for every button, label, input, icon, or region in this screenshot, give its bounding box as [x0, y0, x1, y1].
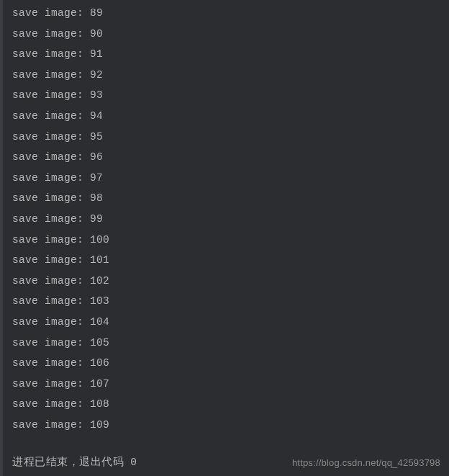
output-prefix: save image:	[12, 192, 90, 204]
output-line: save image: 94	[12, 106, 449, 127]
output-prefix: save image:	[12, 89, 90, 101]
output-prefix: save image:	[12, 7, 90, 19]
output-value: 103	[90, 295, 109, 307]
output-prefix: save image:	[12, 337, 90, 349]
output-line: save image: 100	[12, 230, 449, 251]
output-value: 93	[90, 89, 103, 101]
output-prefix: save image:	[12, 151, 90, 163]
output-value: 101	[90, 254, 109, 266]
output-value: 92	[90, 69, 103, 81]
output-line: save image: 92	[12, 65, 449, 86]
output-prefix: save image:	[12, 172, 90, 184]
output-line: save image: 101	[12, 250, 449, 271]
output-value: 105	[90, 337, 109, 349]
watermark-text: https://blog.csdn.net/qq_42593798	[292, 457, 440, 468]
output-line: save image: 107	[12, 374, 449, 395]
output-value: 108	[90, 398, 109, 410]
output-line: save image: 108	[12, 394, 449, 415]
output-line: save image: 104	[12, 312, 449, 333]
output-value: 95	[90, 131, 103, 143]
output-prefix: save image:	[12, 213, 90, 225]
console-gutter	[0, 0, 3, 476]
output-line: save image: 103	[12, 291, 449, 312]
output-value: 106	[90, 357, 109, 369]
output-value: 104	[90, 316, 109, 328]
output-prefix: save image:	[12, 419, 90, 431]
output-value: 89	[90, 7, 103, 19]
output-value: 98	[90, 192, 103, 204]
console-output: save image: 89 save image: 90 save image…	[0, 0, 449, 435]
output-line: save image: 90	[12, 24, 449, 45]
output-value: 97	[90, 172, 103, 184]
output-value: 99	[90, 213, 103, 225]
output-prefix: save image:	[12, 316, 90, 328]
output-line: save image: 99	[12, 209, 449, 230]
output-line: save image: 97	[12, 168, 449, 189]
output-prefix: save image:	[12, 275, 90, 287]
output-line: save image: 93	[12, 85, 449, 106]
output-line: save image: 106	[12, 353, 449, 374]
output-value: 96	[90, 151, 103, 163]
output-line: save image: 102	[12, 271, 449, 292]
output-prefix: save image:	[12, 398, 90, 410]
output-value: 100	[90, 234, 109, 246]
output-line: save image: 105	[12, 333, 449, 354]
process-exit-status: 进程已结束，退出代码 0	[0, 455, 137, 469]
output-value: 90	[90, 28, 103, 40]
output-prefix: save image:	[12, 69, 90, 81]
output-line: save image: 89	[12, 3, 449, 24]
output-prefix: save image:	[12, 28, 90, 40]
output-value: 109	[90, 419, 109, 431]
output-line: save image: 91	[12, 44, 449, 65]
output-prefix: save image:	[12, 295, 90, 307]
output-prefix: save image:	[12, 254, 90, 266]
output-line: save image: 96	[12, 147, 449, 168]
output-prefix: save image:	[12, 378, 90, 390]
output-value: 102	[90, 275, 109, 287]
output-value: 107	[90, 378, 109, 390]
output-prefix: save image:	[12, 357, 90, 369]
output-line: save image: 95	[12, 127, 449, 148]
output-prefix: save image:	[12, 110, 90, 122]
output-prefix: save image:	[12, 234, 90, 246]
output-line: save image: 98	[12, 188, 449, 209]
status-area: 进程已结束，退出代码 0 https://blog.csdn.net/qq_42…	[0, 447, 449, 476]
output-value: 91	[90, 48, 103, 60]
output-value: 94	[90, 110, 103, 122]
output-prefix: save image:	[12, 48, 90, 60]
output-line: save image: 109	[12, 415, 449, 436]
output-prefix: save image:	[12, 131, 90, 143]
